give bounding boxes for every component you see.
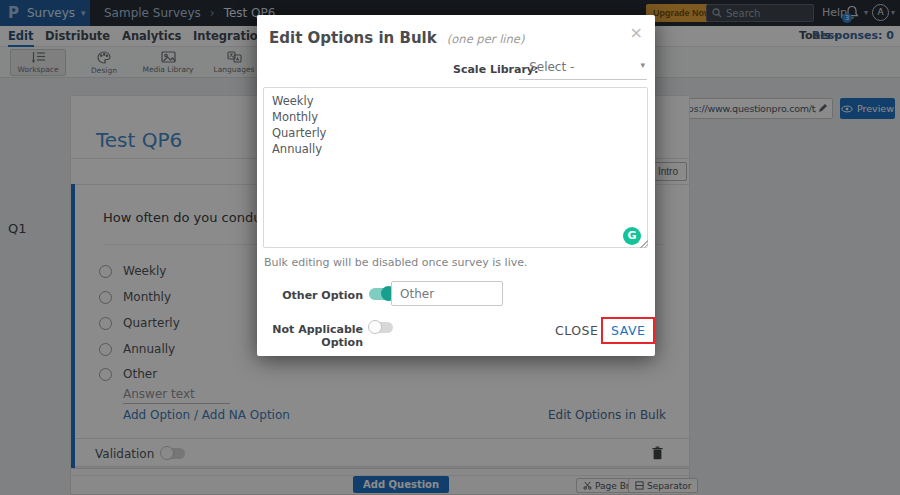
other-option-input[interactable] bbox=[391, 281, 503, 306]
scale-library-value: - Select - bbox=[521, 60, 574, 74]
resize-handle-icon[interactable] bbox=[640, 240, 648, 248]
save-highlight-annotation: SAVE bbox=[601, 317, 655, 344]
close-icon[interactable]: × bbox=[630, 23, 643, 42]
modal-header: Edit Options in Bulk (one per line) bbox=[269, 28, 524, 47]
grammarly-icon[interactable]: G bbox=[623, 227, 641, 245]
scale-library-select[interactable]: - Select - ▾ bbox=[519, 58, 647, 80]
not-applicable-label: Not Applicable Option bbox=[257, 323, 363, 349]
other-option-label: Other Option bbox=[257, 289, 363, 302]
modal-subtitle: (one per line) bbox=[447, 32, 525, 46]
bulk-edit-note: Bulk editing will be disabled once surve… bbox=[264, 256, 527, 269]
chevron-down-icon: ▾ bbox=[640, 60, 645, 74]
bulk-options-textarea[interactable]: Weekly Monthly Quarterly Annually bbox=[263, 87, 648, 248]
save-button[interactable]: SAVE bbox=[603, 319, 653, 342]
modal-title: Edit Options in Bulk bbox=[269, 29, 437, 47]
edit-options-bulk-modal: Edit Options in Bulk (one per line) × Sc… bbox=[257, 15, 655, 356]
questionpro-app: P Surveys ▾ Sample Surveys › Test QP6 Up… bbox=[0, 0, 900, 495]
not-applicable-toggle[interactable] bbox=[369, 322, 393, 333]
close-button[interactable]: CLOSE bbox=[555, 323, 598, 338]
